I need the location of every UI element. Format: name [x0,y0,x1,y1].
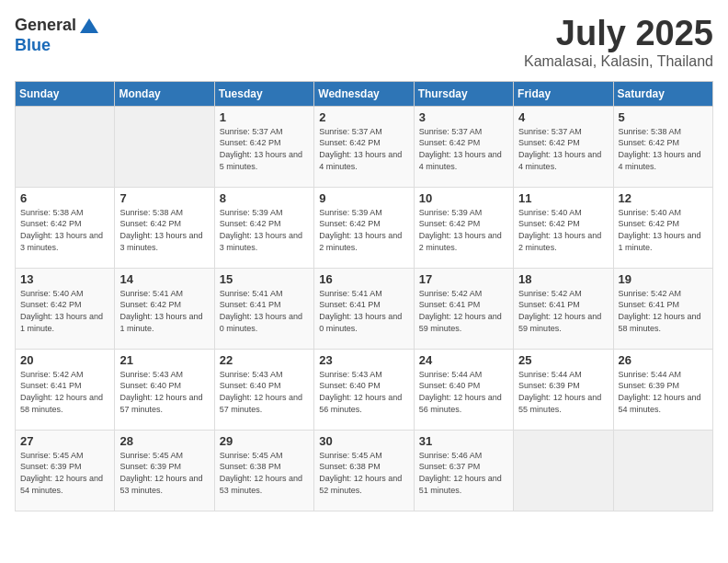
calendar-week-3: 13Sunrise: 5:40 AMSunset: 6:42 PMDayligh… [16,268,713,349]
day-number: 3 [419,110,508,124]
day-info: Sunrise: 5:39 AMSunset: 6:42 PMDaylight:… [419,207,508,253]
day-number: 14 [119,272,209,286]
day-info: Sunrise: 5:38 AMSunset: 6:42 PMDaylight:… [20,207,109,253]
logo: General Blue [15,15,100,55]
calendar-week-2: 6Sunrise: 5:38 AMSunset: 6:42 PMDaylight… [16,187,713,268]
calendar-cell [16,106,115,187]
day-number: 5 [619,110,708,124]
day-number: 20 [20,353,109,367]
day-number: 10 [419,191,508,205]
day-info: Sunrise: 5:44 AMSunset: 6:39 PMDaylight:… [518,369,608,415]
weekday-header-thursday: Thursday [414,81,513,106]
day-info: Sunrise: 5:42 AMSunset: 6:41 PMDaylight:… [518,288,608,334]
day-number: 29 [220,434,309,448]
weekday-header-row: SundayMondayTuesdayWednesdayThursdayFrid… [16,81,713,106]
day-info: Sunrise: 5:45 AMSunset: 6:39 PMDaylight:… [119,450,209,496]
page-header: General Blue July 2025 Kamalasai, Kalasi… [15,15,713,70]
svg-marker-0 [80,18,98,33]
calendar-cell: 8Sunrise: 5:39 AMSunset: 6:42 PMDaylight… [214,187,313,268]
day-info: Sunrise: 5:41 AMSunset: 6:42 PMDaylight:… [119,288,209,334]
day-number: 1 [220,110,309,124]
day-number: 28 [119,434,209,448]
day-number: 8 [220,191,309,205]
day-number: 6 [20,191,109,205]
calendar-cell: 5Sunrise: 5:38 AMSunset: 6:42 PMDaylight… [613,106,712,187]
calendar-cell: 11Sunrise: 5:40 AMSunset: 6:42 PMDayligh… [514,187,613,268]
weekday-header-friday: Friday [514,81,613,106]
day-number: 2 [319,110,408,124]
day-number: 15 [220,272,309,286]
calendar-cell: 28Sunrise: 5:45 AMSunset: 6:39 PMDayligh… [115,430,214,511]
day-info: Sunrise: 5:41 AMSunset: 6:41 PMDaylight:… [220,288,309,334]
day-info: Sunrise: 5:39 AMSunset: 6:42 PMDaylight:… [319,207,408,253]
calendar-cell [115,106,214,187]
day-number: 27 [20,434,109,448]
calendar-cell: 6Sunrise: 5:38 AMSunset: 6:42 PMDaylight… [16,187,115,268]
calendar-cell: 7Sunrise: 5:38 AMSunset: 6:42 PMDaylight… [115,187,214,268]
day-number: 18 [518,272,608,286]
day-info: Sunrise: 5:42 AMSunset: 6:41 PMDaylight:… [419,288,508,334]
calendar-cell: 30Sunrise: 5:45 AMSunset: 6:38 PMDayligh… [314,430,414,511]
calendar-week-4: 20Sunrise: 5:42 AMSunset: 6:41 PMDayligh… [16,349,713,430]
logo-blue-text: Blue [15,36,51,54]
calendar-cell: 14Sunrise: 5:41 AMSunset: 6:42 PMDayligh… [115,268,214,349]
location-title: Kamalasai, Kalasin, Thailand [524,53,713,70]
calendar-cell: 19Sunrise: 5:42 AMSunset: 6:41 PMDayligh… [613,268,712,349]
logo-general-text: General [15,16,76,34]
calendar-cell [514,430,613,511]
calendar-cell: 24Sunrise: 5:44 AMSunset: 6:40 PMDayligh… [414,349,513,430]
day-number: 25 [518,353,608,367]
calendar-cell: 15Sunrise: 5:41 AMSunset: 6:41 PMDayligh… [214,268,313,349]
day-info: Sunrise: 5:42 AMSunset: 6:41 PMDaylight:… [20,369,109,415]
calendar-cell [613,430,712,511]
calendar-week-5: 27Sunrise: 5:45 AMSunset: 6:39 PMDayligh… [16,430,713,511]
day-number: 21 [119,353,209,367]
calendar-cell: 22Sunrise: 5:43 AMSunset: 6:40 PMDayligh… [214,349,313,430]
day-number: 22 [220,353,309,367]
month-title: July 2025 [524,15,713,53]
day-info: Sunrise: 5:37 AMSunset: 6:42 PMDaylight:… [518,126,608,172]
day-number: 24 [419,353,508,367]
day-number: 17 [419,272,508,286]
day-number: 26 [619,353,708,367]
day-info: Sunrise: 5:43 AMSunset: 6:40 PMDaylight:… [319,369,408,415]
day-info: Sunrise: 5:44 AMSunset: 6:40 PMDaylight:… [419,369,508,415]
weekday-header-tuesday: Tuesday [214,81,313,106]
calendar-cell: 12Sunrise: 5:40 AMSunset: 6:42 PMDayligh… [613,187,712,268]
day-number: 13 [20,272,109,286]
day-number: 19 [619,272,708,286]
day-info: Sunrise: 5:41 AMSunset: 6:41 PMDaylight:… [319,288,408,334]
weekday-header-wednesday: Wednesday [314,81,414,106]
day-info: Sunrise: 5:44 AMSunset: 6:39 PMDaylight:… [619,369,708,415]
calendar-table: SundayMondayTuesdayWednesdayThursdayFrid… [15,81,713,511]
day-number: 30 [319,434,408,448]
day-number: 7 [119,191,209,205]
calendar-cell: 18Sunrise: 5:42 AMSunset: 6:41 PMDayligh… [514,268,613,349]
day-info: Sunrise: 5:37 AMSunset: 6:42 PMDaylight:… [220,126,309,172]
calendar-cell: 13Sunrise: 5:40 AMSunset: 6:42 PMDayligh… [16,268,115,349]
day-info: Sunrise: 5:45 AMSunset: 6:38 PMDaylight:… [220,450,309,496]
day-number: 9 [319,191,408,205]
calendar-cell: 27Sunrise: 5:45 AMSunset: 6:39 PMDayligh… [16,430,115,511]
day-info: Sunrise: 5:40 AMSunset: 6:42 PMDaylight:… [20,288,109,334]
calendar-cell: 29Sunrise: 5:45 AMSunset: 6:38 PMDayligh… [214,430,313,511]
day-info: Sunrise: 5:45 AMSunset: 6:39 PMDaylight:… [20,450,109,496]
day-number: 4 [518,110,608,124]
weekday-header-monday: Monday [115,81,214,106]
calendar-cell: 2Sunrise: 5:37 AMSunset: 6:42 PMDaylight… [314,106,414,187]
day-info: Sunrise: 5:43 AMSunset: 6:40 PMDaylight:… [220,369,309,415]
calendar-cell: 26Sunrise: 5:44 AMSunset: 6:39 PMDayligh… [613,349,712,430]
day-info: Sunrise: 5:40 AMSunset: 6:42 PMDaylight:… [619,207,708,253]
calendar-cell: 17Sunrise: 5:42 AMSunset: 6:41 PMDayligh… [414,268,513,349]
title-block: July 2025 Kamalasai, Kalasin, Thailand [524,15,713,70]
calendar-cell: 23Sunrise: 5:43 AMSunset: 6:40 PMDayligh… [314,349,414,430]
calendar-cell: 16Sunrise: 5:41 AMSunset: 6:41 PMDayligh… [314,268,414,349]
day-info: Sunrise: 5:40 AMSunset: 6:42 PMDaylight:… [518,207,608,253]
weekday-header-sunday: Sunday [16,81,115,106]
day-info: Sunrise: 5:43 AMSunset: 6:40 PMDaylight:… [119,369,209,415]
day-number: 11 [518,191,608,205]
logo-icon [78,15,100,37]
day-number: 12 [619,191,708,205]
calendar-cell: 21Sunrise: 5:43 AMSunset: 6:40 PMDayligh… [115,349,214,430]
day-number: 31 [419,434,508,448]
